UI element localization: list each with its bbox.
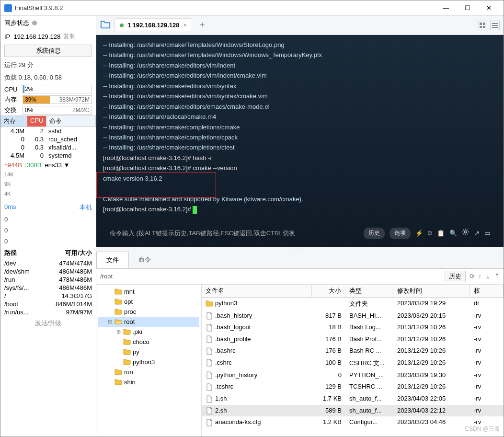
options-button[interactable]: 选项 (389, 228, 411, 239)
titlebar: FinalShell 3.9.8.2 — ☐ ✕ (0, 0, 504, 16)
maximize-button[interactable]: ☐ (457, 1, 478, 15)
close-button[interactable]: ✕ (478, 1, 500, 15)
tree-item[interactable]: shin (98, 377, 199, 387)
tab-title: 1 192.168.129.128 (127, 22, 179, 29)
copy-icon[interactable]: ⧉ (428, 228, 432, 239)
current-path[interactable]: /root (100, 273, 441, 280)
close-tab-icon[interactable]: × (183, 22, 187, 29)
svg-rect-2 (480, 23, 482, 25)
file-tree[interactable]: mntoptproc⊟root⊞.pkichocopypython3runshi… (96, 285, 202, 437)
process-row[interactable]: 4.5M0systemd (0, 151, 96, 160)
grid-view-icon[interactable] (478, 21, 487, 30)
process-header: 内存 CPU 命令 (0, 115, 96, 127)
system-info-button[interactable]: 系统信息 (4, 45, 92, 57)
svg-rect-7 (492, 25, 498, 26)
tree-item[interactable]: choco (98, 337, 199, 347)
file-row[interactable]: .python_history0PYTHON_...2023/03/29 19:… (202, 369, 504, 381)
settings-icon[interactable] (462, 228, 470, 239)
tree-item[interactable]: py (98, 347, 199, 357)
tab-files[interactable]: 文件 (96, 252, 129, 268)
file-row[interactable]: .bash_history817 BBASH_HI...2023/03/29 2… (202, 310, 504, 322)
tree-item[interactable]: proc (98, 307, 199, 317)
upload-icon[interactable]: ⤒ (494, 273, 500, 280)
history-button[interactable]: 历史 (364, 228, 385, 239)
path-row[interactable]: /run/us...97M/97M (0, 308, 96, 316)
command-input[interactable]: 命令输入 (按ALT键提示历史,TAB键路径,ESC键返回,双击CTRL切换 (110, 228, 359, 238)
ip-value: 192.168.129.128 (14, 33, 61, 40)
file-row[interactable]: .bash_logout18 BBash Log...2013/12/29 10… (202, 322, 504, 334)
svg-rect-6 (492, 23, 498, 24)
svg-rect-4 (480, 26, 482, 28)
watermark: CSDN @三希 (465, 425, 500, 433)
swap-bar: 0%2M/2G (23, 106, 92, 115)
file-row[interactable]: 1.sh1.7 KBsh_auto_f...2023/04/03 22:05-r… (202, 393, 504, 405)
open-folder-icon[interactable] (100, 19, 111, 31)
copy-ip-button[interactable]: 复制 (63, 32, 76, 41)
swap-label: 交换 (4, 106, 21, 115)
sidebar: 同步状态 IP 192.168.129.128复制 系统信息 运行 29 分 负… (0, 16, 96, 437)
file-row[interactable]: .bashrc176 BBash RC ...2013/12/29 10:26-… (202, 345, 504, 357)
new-tab-button[interactable]: + (196, 20, 209, 30)
tree-item[interactable]: opt (98, 297, 199, 307)
ip-label: IP (4, 33, 10, 40)
download-icon[interactable]: ⤓ (485, 273, 491, 280)
file-row[interactable]: .cshrc100 BCSHRC 文...2013/12/29 10:26-rv (202, 357, 504, 369)
status-dot-icon (120, 23, 124, 27)
up-icon[interactable]: ↑ (479, 273, 482, 280)
path-row[interactable]: /14.3G/17G (0, 292, 96, 300)
svg-rect-5 (483, 26, 485, 28)
tree-item[interactable]: ⊞.pki (98, 327, 199, 337)
file-row[interactable]: .tcshrc129 BTCSHRC ...2013/12/29 10:26-r… (202, 381, 504, 393)
path-row[interactable]: /run478M/486M (0, 276, 96, 284)
minimize-button[interactable]: — (435, 1, 457, 15)
path-history-button[interactable]: 历史 (445, 271, 466, 282)
uptime-label: 运行 29 分 (0, 59, 96, 71)
network-chart: 14K 9K 4K (4, 172, 92, 200)
tab-commands[interactable]: 命令 (129, 252, 160, 268)
ping-value: 0ms (4, 203, 16, 212)
file-row[interactable]: .bash_profile176 BBash Prof...2013/12/29… (202, 334, 504, 345)
bolt-icon[interactable]: ⚡ (415, 228, 423, 239)
activate-link[interactable]: 激活/升级 (0, 316, 96, 331)
command-bar: 命令输入 (按ALT键提示历史,TAB键路径,ESC键返回,双击CTRL切换 历… (103, 225, 497, 242)
drag-handle[interactable]: ······ (96, 247, 504, 252)
svg-rect-8 (492, 27, 498, 28)
file-row[interactable]: anaconda-ks.cfg1.2 KBConfigur...2023/03/… (202, 416, 504, 428)
file-row[interactable]: python3文件夹2023/03/29 19:29dr (202, 298, 504, 310)
tree-item[interactable]: ⊟root (98, 317, 199, 327)
terminal[interactable]: -- Installing: /usr/share/cmake/Template… (96, 35, 504, 247)
paste-icon[interactable]: 📋 (437, 228, 445, 239)
cpu-label: CPU (4, 86, 21, 93)
search-icon[interactable]: 🔍 (449, 228, 457, 239)
process-row[interactable]: 00.3rcu_sched (0, 135, 96, 143)
tree-item[interactable]: mnt (98, 287, 199, 297)
mem-label: 内存 (4, 95, 21, 104)
path-row[interactable]: /dev/shm486M/486M (0, 267, 96, 276)
path-row[interactable]: /dev474M/474M (0, 259, 96, 267)
external-icon[interactable]: ↗ (474, 228, 480, 239)
sync-label: 同步状态 (4, 19, 29, 27)
connection-tab[interactable]: 1 192.168.129.128 × (115, 18, 192, 32)
path-row[interactable]: /sys/fs/...486M/486M (0, 284, 96, 292)
file-row[interactable]: 2.sh589 Bsh_auto_f...2023/04/03 22:12-rv (202, 405, 504, 417)
window-title: FinalShell 3.9.8.2 (15, 4, 435, 12)
load-label: 负载 0.18, 0.60, 0.58 (0, 71, 96, 84)
ping-target: 本机 (80, 203, 92, 212)
tree-item[interactable]: python3 (98, 357, 199, 367)
fullscreen-icon[interactable]: ▭ (484, 228, 490, 239)
cursor (193, 206, 197, 214)
sync-status-dot (32, 21, 37, 25)
filelist-header: 文件名 大小 类型 修改时间 权 (202, 285, 504, 298)
tab-bar: 1 192.168.129.128 × + (96, 16, 504, 35)
path-row[interactable]: /boot846M/1014M (0, 300, 96, 308)
refresh-icon[interactable]: ⟳ (470, 273, 475, 280)
process-row[interactable]: 00.3xfsaild/d... (0, 143, 96, 151)
network-stats: ↑944B ↓300B ens33 ▼ (0, 160, 96, 171)
list-view-icon[interactable] (490, 21, 500, 30)
app-icon (4, 4, 12, 12)
process-row[interactable]: 4.3M2sshd (0, 127, 96, 135)
tree-item[interactable]: run (98, 367, 199, 377)
svg-rect-3 (483, 23, 485, 25)
cpu-bar: 2% (23, 85, 92, 93)
mem-bar: 39%383M/972M (23, 95, 92, 104)
